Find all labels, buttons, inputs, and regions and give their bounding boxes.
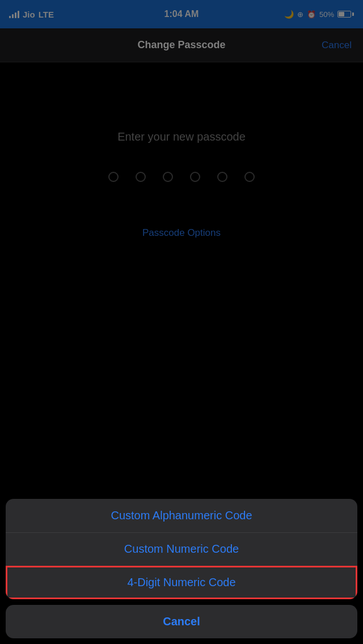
action-sheet-item-4digit[interactable]: 4-Digit Numeric Code bbox=[6, 566, 357, 599]
action-sheet-item-alphanumeric[interactable]: Custom Alphanumeric Code bbox=[6, 499, 357, 532]
action-sheet: Custom Alphanumeric Code Custom Numeric … bbox=[0, 499, 363, 644]
action-sheet-item-numeric[interactable]: Custom Numeric Code bbox=[6, 532, 357, 566]
action-sheet-group: Custom Alphanumeric Code Custom Numeric … bbox=[6, 499, 357, 599]
action-sheet-cancel-button[interactable]: Cancel bbox=[6, 605, 357, 638]
